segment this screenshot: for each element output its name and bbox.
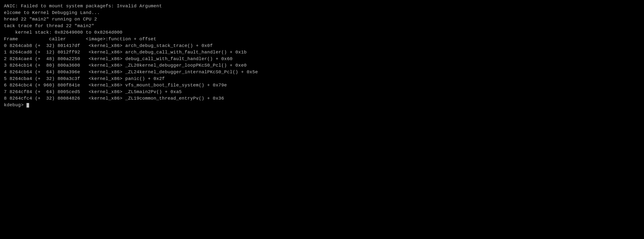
terminal-line: 4 8264cb64 (+ 64) 800a396e <kernel_x86> … bbox=[4, 69, 640, 76]
terminal-line: 2 8264cae4 (+ 48) 800a2250 <kernel_x86> … bbox=[4, 56, 640, 62]
terminal-line: 5 8264cba4 (+ 32) 800a3c3f <kernel_x86> … bbox=[4, 76, 640, 82]
terminal-line: ANIC: Failed to mount system packagefs: … bbox=[4, 3, 640, 9]
terminal-line: Frame caller <image>:function + offset bbox=[4, 36, 640, 42]
terminal-line: 0 8264cab8 (+ 32) 801417df <kernel_x86> … bbox=[4, 42, 640, 49]
terminal-line: kernel stack: 0x82649000 to 0x8264d000 bbox=[4, 29, 640, 36]
terminal-line: elcome to Kernel Debugging Land... bbox=[4, 9, 640, 16]
terminal-line: 6 8264cbc4 (+ 960) 800f841e <kernel_x86>… bbox=[4, 82, 640, 89]
terminal-line: 8 8264cfc4 (+ 32) 80084826 <kernel_x86> … bbox=[4, 95, 640, 102]
terminal-line: kdebug> bbox=[4, 102, 640, 109]
terminal-screen: ANIC: Failed to mount system packagefs: … bbox=[4, 3, 640, 239]
terminal-line: 3 8264cb14 (+ 80) 800a3600 <kernel_x86> … bbox=[4, 62, 640, 69]
terminal-line: 7 8264cf84 (+ 64) 8005ced5 <kernel_x86> … bbox=[4, 89, 640, 95]
terminal-line: 1 8264cad8 (+ 12) 8012ff92 <kernel_x86> … bbox=[4, 49, 640, 56]
terminal-line: hread 22 "main2" running on CPU 2 bbox=[4, 16, 640, 23]
terminal-cursor bbox=[26, 103, 29, 108]
terminal-output: ANIC: Failed to mount system packagefs: … bbox=[4, 3, 640, 109]
terminal-line: tack trace for thread 22 "main2" bbox=[4, 23, 640, 29]
